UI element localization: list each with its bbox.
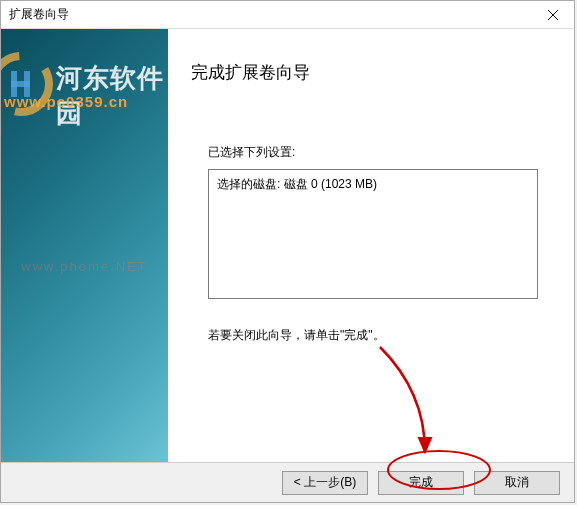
settings-line: 选择的磁盘: 磁盘 0 (1023 MB) — [217, 176, 529, 193]
watermark-url: www.pc0359.cn — [4, 93, 128, 110]
watermark-center: www.phome.NET — [1, 259, 168, 274]
settings-summary-box: 选择的磁盘: 磁盘 0 (1023 MB) — [208, 169, 538, 299]
wizard-window: 扩展卷向导 河东软件园 www.pc0359.cn www.phome.NET … — [0, 0, 575, 503]
window-title: 扩展卷向导 — [9, 6, 69, 23]
wizard-footer: < 上一步(B) 完成 取消 — [1, 462, 574, 502]
wizard-hint: 若要关闭此向导，请单击"完成"。 — [208, 327, 538, 344]
wizard-side-graphic: 河东软件园 www.pc0359.cn www.phome.NET — [1, 29, 168, 462]
wizard-body: 河东软件园 www.pc0359.cn www.phome.NET 完成扩展卷向… — [1, 29, 574, 462]
titlebar: 扩展卷向导 — [1, 1, 574, 29]
wizard-content: 完成扩展卷向导 已选择下列设置: 选择的磁盘: 磁盘 0 (1023 MB) 若… — [168, 29, 574, 462]
svg-rect-5 — [11, 81, 30, 87]
back-button[interactable]: < 上一步(B) — [282, 471, 368, 495]
finish-button[interactable]: 完成 — [378, 471, 464, 495]
close-button[interactable] — [532, 1, 574, 29]
cancel-button[interactable]: 取消 — [474, 471, 560, 495]
close-icon — [548, 10, 558, 20]
wizard-heading: 完成扩展卷向导 — [191, 61, 538, 84]
settings-label: 已选择下列设置: — [208, 144, 538, 161]
